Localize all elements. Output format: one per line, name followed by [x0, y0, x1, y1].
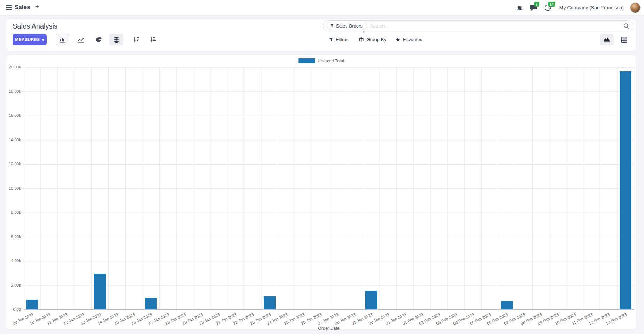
x-gridline [481, 67, 482, 311]
y-tick-label: 6.00k [4, 235, 21, 239]
x-gridline [312, 67, 312, 311]
chart-bar[interactable] [264, 296, 276, 310]
x-gridline [40, 67, 41, 311]
chart-card: Untaxed Total 0.002.00k4.00k6.00k8.00k10… [6, 55, 636, 329]
x-gridline [244, 67, 244, 311]
y-tick-label: 2.00k [4, 283, 21, 287]
facet-remove-icon[interactable]: × [362, 30, 365, 34]
sort-desc-icon [133, 37, 140, 43]
y-tick-label: 16.00k [4, 113, 21, 117]
chart-bar[interactable] [365, 291, 377, 310]
bar-chart-mode-button[interactable] [56, 34, 69, 45]
x-axis-title: Order Date [24, 326, 634, 331]
caret-down-icon: ▾ [42, 38, 44, 42]
x-gridline [532, 67, 533, 311]
x-gridline [142, 67, 142, 311]
sort-descending-button[interactable] [130, 34, 143, 45]
y-gridline [22, 140, 634, 140]
search-facet-sales-orders[interactable]: Sales Orders [327, 22, 367, 30]
x-gridline [583, 67, 583, 311]
y-gridline [22, 188, 634, 189]
x-gridline [159, 67, 160, 311]
page-title: Sales Analysis [13, 22, 57, 30]
x-gridline [396, 67, 397, 311]
x-gridline [515, 67, 515, 311]
measures-button[interactable]: MEASURES ▾ [13, 34, 47, 45]
x-gridline [430, 67, 431, 311]
x-gridline [261, 67, 261, 311]
y-gridline [22, 213, 634, 213]
x-gridline [176, 67, 177, 311]
search-facet-label: Sales Orders [336, 23, 363, 29]
group-by-button[interactable]: Group By [359, 34, 386, 45]
sort-asc-icon [150, 37, 156, 43]
search-bar[interactable]: Sales Orders [323, 20, 633, 31]
plot-area: 0.002.00k4.00k6.00k8.00k10.00k12.00k14.0… [24, 67, 634, 310]
x-gridline [57, 67, 58, 311]
y-gridline [22, 285, 634, 286]
y-tick-label: 20.00k [4, 65, 21, 69]
pie-chart-mode-button[interactable] [93, 34, 105, 45]
control-panel: Sales Analysis Sales Orders × MEASURES ▾ [6, 19, 636, 51]
x-gridline [617, 67, 617, 311]
x-gridline [24, 67, 24, 311]
messages-icon[interactable]: 5 [530, 4, 538, 12]
pivot-view-button[interactable] [618, 34, 630, 45]
chart-bar[interactable] [620, 71, 631, 310]
x-gridline [329, 67, 329, 311]
x-gridline [125, 67, 126, 311]
x-gridline [227, 67, 227, 311]
y-gridline [22, 237, 634, 237]
activities-clock-icon[interactable]: 14 [544, 4, 552, 12]
activities-count-badge: 14 [548, 2, 555, 7]
search-input[interactable] [370, 23, 623, 29]
chart-bar[interactable] [501, 301, 513, 310]
x-gridline [464, 67, 465, 311]
x-gridline [549, 67, 549, 311]
y-gridline [22, 67, 634, 68]
y-tick-label: 4.00k [4, 259, 21, 263]
debug-bug-icon[interactable] [516, 4, 524, 12]
new-record-plus-icon[interactable]: + [35, 3, 39, 10]
app-name[interactable]: Sales [15, 4, 30, 11]
y-tick-label: 18.00k [4, 89, 21, 93]
legend-item[interactable]: Untaxed Total [298, 58, 344, 63]
y-gridline [22, 164, 634, 165]
x-gridline [210, 67, 210, 311]
x-gridline [447, 67, 448, 311]
y-tick-label: 12.00k [4, 162, 21, 166]
x-gridline [363, 67, 363, 311]
x-gridline [295, 67, 295, 311]
x-gridline [498, 67, 498, 311]
y-tick-label: 0.00 [4, 307, 21, 311]
line-chart-mode-button[interactable] [75, 34, 87, 45]
search-icon[interactable] [623, 23, 629, 29]
company-switcher[interactable]: My Company (San Francisco) [559, 5, 624, 10]
chart-bar[interactable] [94, 274, 106, 310]
y-gridline [22, 116, 634, 116]
line-chart-icon [77, 37, 84, 43]
messages-count-badge: 5 [534, 2, 539, 7]
apps-menu-icon[interactable] [6, 5, 12, 10]
pivot-table-icon [621, 37, 627, 43]
x-gridline [346, 67, 346, 311]
x-gridline [108, 67, 109, 311]
x-gridline [380, 67, 380, 311]
stacked-mode-button[interactable] [109, 34, 123, 45]
user-avatar[interactable] [630, 2, 641, 13]
legend-label: Untaxed Total [318, 59, 344, 63]
x-axis-line [24, 309, 634, 310]
graph-view-button[interactable] [600, 34, 614, 45]
x-gridline [75, 67, 75, 311]
chart-bar[interactable] [145, 298, 157, 310]
filters-button[interactable]: Filters [329, 34, 349, 45]
filter-funnel-icon [330, 24, 334, 28]
y-gridline [22, 91, 634, 92]
sort-ascending-button[interactable] [147, 34, 160, 45]
top-navbar: Sales + 5 14 My Company (San Francisco) [0, 0, 644, 15]
chart-bar[interactable] [26, 300, 38, 310]
favorites-button[interactable]: Favorites [395, 34, 422, 45]
layers-icon [359, 37, 364, 42]
filter-funnel-icon [329, 37, 333, 42]
y-tick-label: 14.00k [4, 138, 21, 142]
